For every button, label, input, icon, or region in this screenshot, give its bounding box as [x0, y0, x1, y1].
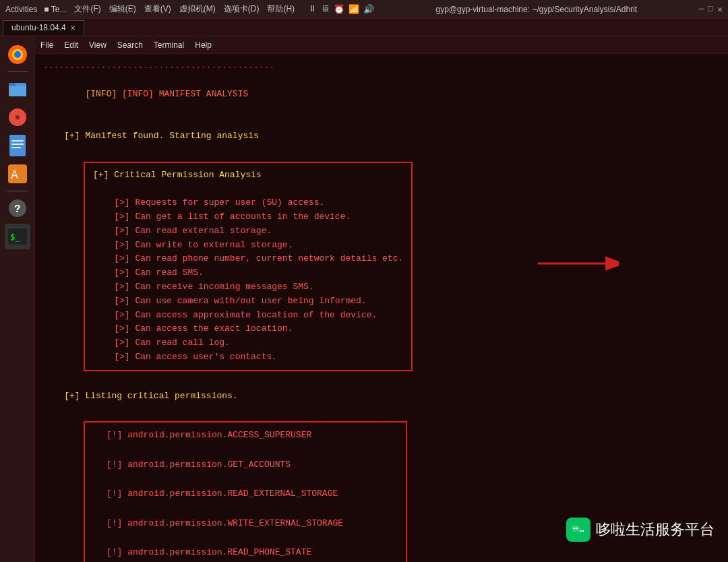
- sidebar-icon-music[interactable]: [5, 104, 30, 130]
- svg-point-27: [576, 528, 578, 530]
- menu-view[interactable]: View: [89, 40, 107, 50]
- blank-line-cp1: [93, 472, 398, 487]
- window-title: gyp@gyp-virtual-machine: ~/gyp/SecurityA…: [435, 5, 637, 14]
- svg-text:?: ?: [14, 204, 21, 216]
- pause-icon[interactable]: ⏸: [308, 4, 317, 15]
- system-bar-left: Activities ■ Te...: [5, 5, 66, 14]
- watermark-text: 哆啦生活服务平台: [596, 520, 715, 540]
- svg-text:A: A: [11, 168, 18, 182]
- blank-line-cp0: [93, 443, 398, 458]
- blank-line-cp2: [93, 502, 398, 516]
- vm-menu: 文件(F) 编辑(E) 查看(V) 虚拟机(M) 选项卡(D) 帮助(H): [74, 3, 295, 15]
- wechat-icon: [566, 518, 590, 542]
- menu-file[interactable]: File: [40, 40, 53, 50]
- window-controls: ─ □ ✕: [699, 4, 723, 15]
- perm-item-1: [>] Can get a list of accounts in the de…: [93, 210, 403, 224]
- svg-rect-12: [11, 147, 21, 148]
- listing-critical-text: [+] Listing critical permissions.: [64, 391, 237, 401]
- terminal-wrapper: File Edit View Search Terminal Help ....…: [35, 36, 728, 562]
- menu-help[interactable]: Help: [195, 40, 212, 50]
- sidebar-icon-terminal[interactable]: $_: [5, 224, 30, 249]
- vm-menu-help[interactable]: 帮助(H): [267, 3, 295, 15]
- vm-menu-vm[interactable]: 虚拟机(M): [179, 3, 216, 15]
- app-label[interactable]: ■ Te...: [44, 5, 66, 14]
- tab-close-icon[interactable]: ✕: [70, 24, 75, 32]
- title-bar: gyp@gyp-virtual-machine: ~/gyp/SecurityA…: [382, 5, 690, 14]
- perm-item-6: [>] Can receive incoming messages SMS.: [93, 280, 403, 294]
- menu-bar: File Edit View Search Terminal Help: [35, 36, 728, 54]
- blank-line-4: [43, 375, 720, 389]
- manifest-analysis-label: [INFO] MANIFEST ANALYSIS: [122, 89, 248, 99]
- svg-point-2: [14, 51, 21, 58]
- sidebar-icon-document[interactable]: [5, 133, 30, 158]
- svg-point-25: [571, 525, 580, 532]
- sidebar-divider-1: [7, 71, 28, 72]
- blank-line-3: [93, 182, 403, 196]
- vm-menu-tab[interactable]: 选项卡(D): [224, 3, 260, 15]
- svg-rect-9: [9, 135, 26, 156]
- svg-rect-4: [9, 86, 26, 96]
- cperm-2: [!] android.permission.READ_EXTERNAL_STO…: [93, 487, 398, 502]
- monitor-icon: 🖥: [321, 4, 330, 15]
- critical-permission-header: [+] Critical Permission Analysis: [93, 168, 403, 183]
- critical-perms-box: [!] android.permission.ACCESS_SUPERUSER …: [84, 421, 407, 562]
- vm-menu-view[interactable]: 查看(V): [144, 3, 171, 15]
- svg-rect-10: [11, 140, 24, 142]
- listing-critical-header: [+] Listing critical permissions.: [43, 389, 720, 404]
- perm-item-2: [>] Can read external storage.: [93, 224, 403, 239]
- critical-permission-box: [+] Critical Permission Analysis [>] Req…: [84, 162, 413, 371]
- cperm-4: [!] android.permission.READ_PHONE_STATE: [93, 545, 398, 561]
- terminal-tab[interactable]: ubuntu-18.04.4 ✕: [3, 20, 84, 35]
- svg-rect-11: [11, 144, 24, 145]
- perm-item-3: [>] Can write to external storage.: [93, 239, 403, 253]
- perm-item-11: [>] Can access user's contacts.: [93, 350, 403, 365]
- manifest-found-line: [+] Manifest found. Starting analysis: [43, 129, 720, 144]
- blank-line-1: [43, 115, 720, 129]
- svg-point-26: [574, 528, 576, 530]
- tab-label: ubuntu-18.04.4: [11, 23, 66, 32]
- close-button[interactable]: ✕: [717, 4, 723, 15]
- svg-text:$_: $_: [10, 232, 20, 242]
- blank-line-5: [43, 403, 720, 417]
- svg-point-28: [580, 530, 582, 532]
- terminal-content[interactable]: ........................................…: [35, 54, 728, 562]
- main-layout: A ? $_ File Edit View Search Terminal: [0, 36, 728, 562]
- manifest-found-text: [+] Manifest found. Starting analysis: [64, 131, 259, 141]
- watermark: 哆啦生活服务平台: [566, 518, 715, 542]
- vm-menu-file[interactable]: 文件(F): [74, 3, 100, 15]
- perm-item-0: [>] Requests for super user (SU) access.: [93, 196, 403, 210]
- perm-item-9: [>] Can access the exact location.: [93, 322, 403, 336]
- tab-bar: ubuntu-18.04.4 ✕: [0, 19, 728, 36]
- perm-item-10: [>] Can read call log.: [93, 336, 403, 350]
- arrow-1-svg: [531, 250, 619, 277]
- menu-terminal[interactable]: Terminal: [154, 40, 184, 50]
- perm-item-7: [>] Can use camera with/out user being i…: [93, 294, 403, 309]
- vm-menu-edit[interactable]: 编辑(E): [109, 3, 136, 15]
- arrow-1-container: [531, 250, 619, 282]
- sidebar: A ? $_: [0, 36, 35, 562]
- separator-line: ........................................…: [43, 59, 720, 73]
- sidebar-icon-software[interactable]: A: [5, 161, 30, 187]
- sidebar-icon-firefox[interactable]: [5, 42, 30, 67]
- sidebar-icon-help[interactable]: ?: [5, 195, 30, 221]
- svg-rect-5: [9, 83, 16, 86]
- maximize-button[interactable]: □: [708, 4, 713, 15]
- cperm-3: [!] android.permission.WRITE_EXTERNAL_ST…: [93, 516, 398, 532]
- minimize-button[interactable]: ─: [699, 4, 704, 15]
- sidebar-divider-2: [7, 191, 28, 191]
- blank-line-2: [43, 144, 720, 158]
- perm-item-5: [>] Can read SMS.: [93, 266, 403, 280]
- cperm-1: [!] android.permission.GET_ACCOUNTS: [93, 458, 398, 473]
- critical-permission-section: [+] Critical Permission Analysis [>] Req…: [43, 158, 720, 375]
- menu-edit[interactable]: Edit: [64, 40, 78, 50]
- svg-point-29: [582, 530, 584, 532]
- toolbar-icons: ⏸ 🖥 ⏰ 📶 🔊: [308, 4, 374, 15]
- network-icon: 📶: [348, 4, 359, 15]
- sound-icon: 🔊: [363, 4, 374, 15]
- activities-label[interactable]: Activities: [5, 5, 37, 14]
- system-bar: Activities ■ Te... 文件(F) 编辑(E) 查看(V) 虚拟机…: [0, 0, 728, 19]
- menu-search[interactable]: Search: [117, 40, 143, 50]
- blank-line-cp3: [93, 532, 398, 546]
- sidebar-icon-files[interactable]: [5, 76, 30, 102]
- info-manifest-line: [INFO] [INFO] MANIFEST ANALYSIS: [43, 73, 720, 115]
